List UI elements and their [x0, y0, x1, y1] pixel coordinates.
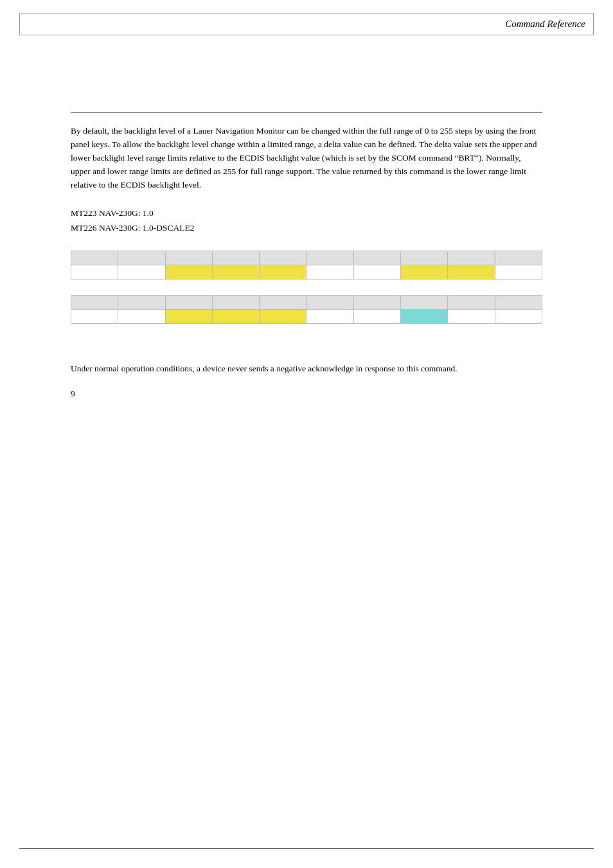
- table-cell: [165, 296, 212, 310]
- table-cell: [71, 310, 118, 324]
- table-cell: [401, 296, 448, 310]
- table-1: [71, 251, 542, 279]
- table-cell: [353, 265, 400, 279]
- table-2: [71, 295, 542, 324]
- table-1-section: [71, 251, 542, 279]
- footer-paragraph: Under normal operation conditions, a dev…: [71, 362, 542, 376]
- page: Command Reference By default, the backli…: [0, 13, 613, 868]
- table-cell: [495, 296, 542, 310]
- table-cell: [495, 251, 542, 265]
- table-cell: [260, 296, 306, 310]
- table-cell: [118, 296, 165, 310]
- header-bar: Command Reference: [19, 13, 594, 35]
- table-cell: [353, 296, 400, 310]
- example-lines: MT223 NAV-230G: 1.0 MT226 NAV-230G: 1.0-…: [71, 206, 542, 236]
- table-cell: [306, 310, 353, 324]
- example-line-1: MT223 NAV-230G: 1.0: [71, 206, 542, 221]
- table-cell: [260, 265, 306, 279]
- table-2-section: [71, 295, 542, 324]
- table-cell: [212, 251, 259, 265]
- content-area: By default, the backlight level of a Lau…: [71, 35, 542, 399]
- table-cell: [353, 251, 400, 265]
- table-cell: [71, 251, 118, 265]
- body-paragraph: By default, the backlight level of a Lau…: [71, 125, 542, 192]
- table-cell: [495, 310, 542, 324]
- table-cell: [165, 265, 212, 279]
- table-cell: [353, 310, 400, 324]
- page-number: 9: [71, 389, 542, 399]
- table-cell: [448, 310, 495, 324]
- table-cell: [495, 265, 542, 279]
- table-cell: [71, 296, 118, 310]
- table-cell: [401, 310, 448, 324]
- table-cell: [306, 251, 353, 265]
- table-cell: [165, 251, 212, 265]
- header-title: Command Reference: [505, 19, 585, 30]
- table-cell: [165, 310, 212, 324]
- table-cell: [448, 251, 495, 265]
- table-cell: [118, 251, 165, 265]
- table-cell: [448, 265, 495, 279]
- table-cell: [401, 265, 448, 279]
- top-rule: [71, 112, 542, 113]
- table-cell: [118, 265, 165, 279]
- table-cell: [212, 265, 259, 279]
- table-cell: [71, 265, 118, 279]
- table-cell: [260, 251, 306, 265]
- table-cell: [212, 310, 259, 324]
- table-cell: [306, 296, 353, 310]
- table-cell: [212, 296, 259, 310]
- example-line-2: MT226 NAV-230G: 1.0-DSCALE2: [71, 221, 542, 236]
- table-cell: [260, 310, 306, 324]
- table-cell: [118, 310, 165, 324]
- table-cell: [448, 296, 495, 310]
- table-cell: [306, 265, 353, 279]
- table-cell: [401, 251, 448, 265]
- bottom-rule: [19, 848, 594, 849]
